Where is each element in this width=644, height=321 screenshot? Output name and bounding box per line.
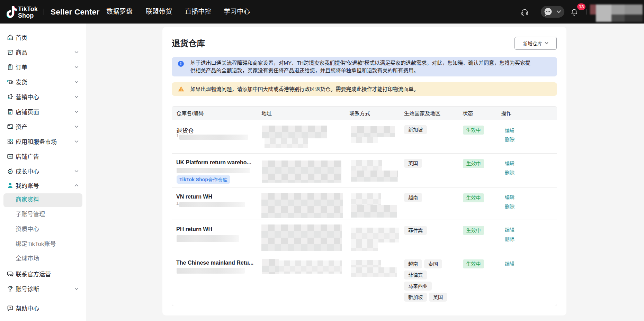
svg-text:AD: AD: [8, 155, 12, 158]
svg-text:?: ?: [9, 306, 11, 310]
